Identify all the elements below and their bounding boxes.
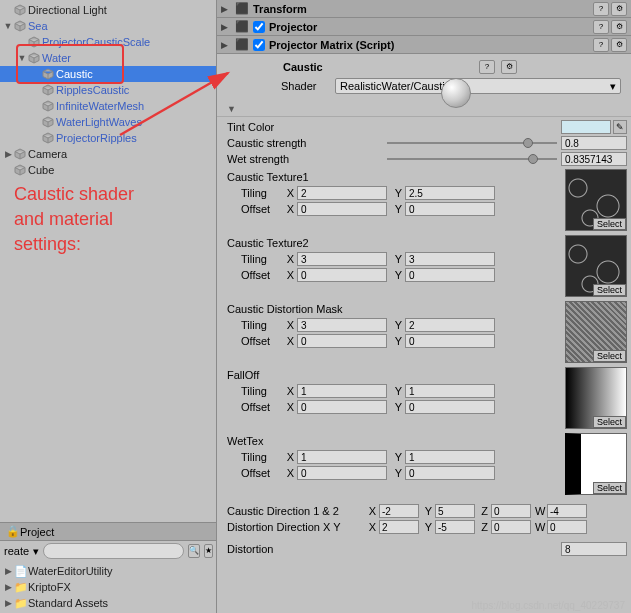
- texture-slot[interactable]: Select: [565, 169, 627, 231]
- offset-x-field[interactable]: [297, 400, 387, 414]
- eyedropper-icon[interactable]: ✎: [613, 120, 627, 134]
- fold-icon[interactable]: ▶: [221, 22, 231, 32]
- hierarchy-item[interactable]: ▼Sea: [0, 18, 216, 34]
- hierarchy-item[interactable]: ProjectorRipples: [0, 130, 216, 146]
- component-header[interactable]: ▶⬛Projector?⚙: [217, 18, 631, 36]
- vector-x-field[interactable]: [379, 520, 419, 534]
- tiling-label: Tiling: [227, 253, 283, 265]
- caustic-strength-label: Caustic strength: [227, 137, 387, 149]
- hierarchy-item[interactable]: Directional Light: [0, 2, 216, 18]
- distortion-field[interactable]: [561, 542, 627, 556]
- select-button[interactable]: Select: [593, 284, 626, 296]
- tint-color-swatch[interactable]: [561, 120, 611, 134]
- offset-label: Offset: [227, 401, 283, 413]
- texture-title: Caustic Texture1: [227, 169, 561, 185]
- vector-x-field[interactable]: [379, 504, 419, 518]
- vector-y-field[interactable]: [435, 504, 475, 518]
- texture-block: FallOffTilingXYOffsetXYSelect: [217, 365, 631, 431]
- component-title: Transform: [253, 3, 589, 15]
- fold-icon[interactable]: ▶: [2, 582, 14, 592]
- vector-w-field[interactable]: [547, 520, 587, 534]
- tiling-y-field[interactable]: [405, 384, 495, 398]
- search-filter-icon[interactable]: 🔍: [188, 544, 200, 558]
- texture-slot[interactable]: Select: [565, 433, 627, 495]
- fold-icon[interactable]: ▶: [221, 4, 231, 14]
- offset-y-field[interactable]: [405, 268, 495, 282]
- offset-x-field[interactable]: [297, 202, 387, 216]
- offset-y-field[interactable]: [405, 202, 495, 216]
- fold-icon[interactable]: ▶: [2, 149, 14, 159]
- offset-x-field[interactable]: [297, 268, 387, 282]
- vector-z-field[interactable]: [491, 504, 531, 518]
- hierarchy-item[interactable]: RipplesCaustic: [0, 82, 216, 98]
- fold-icon[interactable]: ▼: [16, 53, 28, 63]
- select-button[interactable]: Select: [593, 218, 626, 230]
- gear-icon[interactable]: ⚙: [611, 2, 627, 16]
- help-icon[interactable]: ?: [593, 38, 609, 52]
- tiling-x-field[interactable]: [297, 384, 387, 398]
- hierarchy-item[interactable]: ▼Water: [0, 50, 216, 66]
- project-item[interactable]: ▶📄 WaterEditorUtility: [0, 563, 216, 579]
- shader-dropdown[interactable]: RealisticWater/CausticPC ▾: [335, 78, 621, 94]
- project-tab[interactable]: 🔒 Project: [0, 523, 216, 541]
- hierarchy-item[interactable]: ▶Camera: [0, 146, 216, 162]
- settings-icon[interactable]: ⚙: [501, 60, 517, 74]
- help-icon[interactable]: ?: [593, 20, 609, 34]
- tiling-x-field[interactable]: [297, 186, 387, 200]
- caustic-strength-slider[interactable]: [387, 137, 557, 149]
- fold-icon[interactable]: ▼: [2, 21, 14, 31]
- tiling-x-field[interactable]: [297, 318, 387, 332]
- offset-x-field[interactable]: [297, 334, 387, 348]
- select-button[interactable]: Select: [593, 482, 626, 494]
- hierarchy-item[interactable]: Cube: [0, 162, 216, 178]
- component-enable-checkbox[interactable]: [253, 21, 265, 33]
- component-header[interactable]: ▶⬛Transform?⚙: [217, 0, 631, 18]
- tiling-y-field[interactable]: [405, 318, 495, 332]
- wet-strength-slider[interactable]: [387, 153, 557, 165]
- vector-label: Caustic Direction 1 & 2: [227, 505, 367, 517]
- filter-icon[interactable]: ★: [204, 544, 213, 558]
- texture-slot[interactable]: Select: [565, 367, 627, 429]
- help-icon[interactable]: ?: [593, 2, 609, 16]
- project-item[interactable]: ▶📁 KriptoFX: [0, 579, 216, 595]
- tiling-y-field[interactable]: [405, 186, 495, 200]
- component-enable-checkbox[interactable]: [253, 39, 265, 51]
- project-item[interactable]: ▶📁 Standard Assets: [0, 595, 216, 611]
- hierarchy-item[interactable]: ProjectorCausticScale: [0, 34, 216, 50]
- caustic-strength-field[interactable]: [561, 136, 627, 150]
- fold-icon[interactable]: ▶: [221, 40, 231, 50]
- texture-block: Caustic Texture2TilingXYOffsetXYSelect: [217, 233, 631, 299]
- component-header[interactable]: ▶⬛Projector Matrix (Script)?⚙: [217, 36, 631, 54]
- tiling-y-field[interactable]: [405, 252, 495, 266]
- hierarchy-item[interactable]: WaterLightWaves: [0, 114, 216, 130]
- texture-slot[interactable]: Select: [565, 235, 627, 297]
- tiling-x-field[interactable]: [297, 450, 387, 464]
- gear-icon[interactable]: ⚙: [611, 20, 627, 34]
- fold-icon[interactable]: ▶: [2, 598, 14, 608]
- tiling-x-field[interactable]: [297, 252, 387, 266]
- project-search-input[interactable]: [43, 543, 184, 559]
- offset-y-field[interactable]: [405, 466, 495, 480]
- hierarchy-item[interactable]: Caustic: [0, 66, 216, 82]
- select-button[interactable]: Select: [593, 350, 626, 362]
- inspector-panel: ▶⬛Transform?⚙▶⬛Projector?⚙▶⬛Projector Ma…: [217, 0, 631, 613]
- select-button[interactable]: Select: [593, 416, 626, 428]
- vector-w-field[interactable]: [547, 504, 587, 518]
- foldout-icon[interactable]: ▼: [223, 104, 236, 114]
- help-icon[interactable]: ?: [479, 60, 495, 74]
- tiling-label: Tiling: [227, 319, 283, 331]
- hierarchy-item[interactable]: InfiniteWaterMesh: [0, 98, 216, 114]
- create-button[interactable]: reate: [4, 545, 29, 557]
- offset-x-field[interactable]: [297, 466, 387, 480]
- tiling-y-field[interactable]: [405, 450, 495, 464]
- vector-y-field[interactable]: [435, 520, 475, 534]
- offset-y-field[interactable]: [405, 400, 495, 414]
- fold-icon[interactable]: ▶: [2, 566, 14, 576]
- offset-y-field[interactable]: [405, 334, 495, 348]
- dropdown-icon[interactable]: ▾: [33, 545, 39, 558]
- wet-strength-label: Wet strength: [227, 153, 387, 165]
- texture-slot[interactable]: Select: [565, 301, 627, 363]
- wet-strength-field[interactable]: [561, 152, 627, 166]
- gear-icon[interactable]: ⚙: [611, 38, 627, 52]
- vector-z-field[interactable]: [491, 520, 531, 534]
